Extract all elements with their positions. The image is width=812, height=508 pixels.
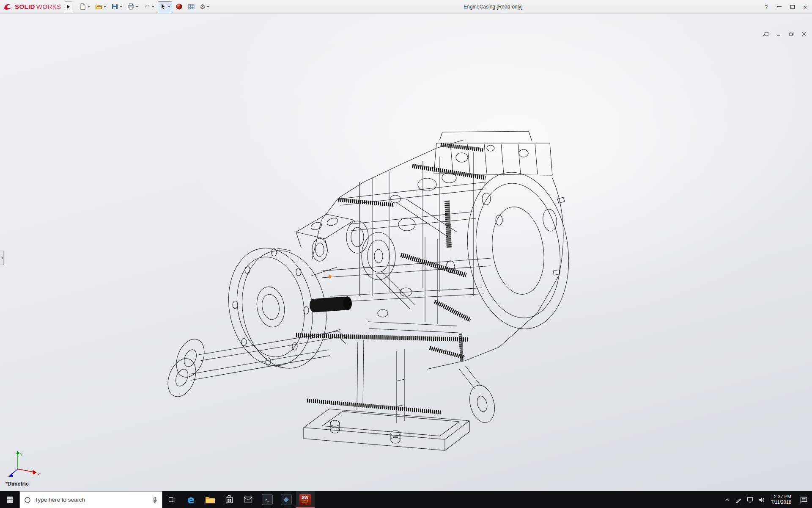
- save-floppy-icon: [111, 3, 118, 10]
- feature-panel-collapse-tab[interactable]: [0, 251, 4, 265]
- save-caret-icon: [120, 6, 122, 9]
- minimize-button[interactable]: [773, 0, 786, 14]
- undo-button[interactable]: [142, 1, 156, 12]
- solidworks-logo: SOLIDWORKS: [0, 0, 63, 13]
- task-view-button[interactable]: [162, 491, 181, 508]
- file-explorer-icon: [205, 496, 215, 504]
- graphics-viewport[interactable]: y x *Dimetric: [0, 14, 812, 491]
- maximize-icon: [790, 5, 795, 9]
- clock-time: 2:37 PM: [771, 494, 791, 500]
- microphone-icon: [152, 497, 158, 503]
- tray-volume-button[interactable]: [756, 491, 767, 508]
- taskbar-app-mail[interactable]: [239, 491, 258, 508]
- document-title: EngineCasing [Read-only]: [464, 0, 522, 14]
- solidworks-app-icon: SW 2017: [299, 494, 311, 505]
- taskbar-app-edge[interactable]: e: [181, 491, 200, 508]
- appearance-sphere-icon: [176, 3, 183, 10]
- windows-start-icon: [6, 496, 14, 503]
- print-icon: [127, 3, 134, 10]
- taskbar-app-command-prompt[interactable]: >_: [258, 491, 277, 508]
- edge-browser-icon: e: [187, 494, 195, 506]
- options-caret-icon: [207, 6, 209, 9]
- mail-icon: [244, 496, 252, 503]
- options-button[interactable]: ⚙: [198, 1, 211, 12]
- brand-text-bold: SOLID: [15, 3, 35, 10]
- view-orientation-label: *Dimetric: [5, 481, 29, 487]
- open-folder-icon: [95, 3, 102, 10]
- minimize-icon: [777, 6, 782, 7]
- action-center-button[interactable]: [795, 491, 812, 508]
- ds-logo-icon: [3, 3, 14, 11]
- dark-cylinder: [309, 296, 352, 313]
- tray-chevron-up-button[interactable]: [721, 491, 733, 508]
- triad-x-label: x: [38, 472, 40, 476]
- table-grid-icon: [188, 3, 195, 10]
- collapse-arrow-icon: [0, 257, 3, 259]
- taskbar-app-dark-tile[interactable]: [277, 491, 296, 508]
- taskbar-app-solidworks[interactable]: SW 2017: [296, 491, 315, 508]
- save-button[interactable]: [110, 1, 124, 12]
- taskbar-clock[interactable]: 2:37 PM 7/11/2018: [767, 494, 795, 505]
- command-prompt-icon: >_: [262, 494, 273, 505]
- windows-taskbar: e >_: [0, 491, 812, 508]
- select-caret-icon: [168, 6, 170, 9]
- doc-float-window-button[interactable]: [761, 30, 771, 37]
- help-icon: ?: [765, 4, 768, 10]
- close-button[interactable]: ×: [799, 0, 812, 14]
- window-controls: ? ×: [760, 0, 812, 14]
- menu-flyout-arrow-button[interactable]: [65, 1, 72, 12]
- triad-y-label: y: [20, 452, 22, 456]
- appearance-sphere-button[interactable]: [174, 1, 184, 12]
- clock-date: 7/11/2018: [771, 500, 791, 505]
- pen-icon: [735, 497, 742, 503]
- brand-text-light: WORKS: [36, 3, 61, 10]
- open-caret-icon: [104, 6, 106, 9]
- doc-restore-icon: [788, 31, 794, 36]
- taskbar-search[interactable]: [19, 491, 162, 508]
- dark-tile-app-icon: [281, 494, 292, 505]
- options-gear-icon: ⚙: [200, 3, 206, 10]
- select-tool-button[interactable]: [158, 1, 172, 12]
- reference-triad: y x: [8, 450, 40, 477]
- volume-icon: [758, 497, 765, 503]
- undo-caret-icon: [152, 6, 154, 9]
- selection-marker: [327, 274, 332, 279]
- undo-icon: [143, 3, 151, 10]
- chevron-up-icon: [724, 497, 730, 503]
- start-button[interactable]: [0, 491, 19, 508]
- doc-minimize-button[interactable]: [774, 30, 783, 37]
- cortana-circle-icon: [24, 497, 31, 503]
- tray-pen-button[interactable]: [733, 491, 744, 508]
- doc-close-button[interactable]: [799, 30, 809, 37]
- print-button[interactable]: [126, 1, 140, 12]
- new-document-caret-icon: [88, 6, 90, 9]
- new-document-button[interactable]: [77, 1, 92, 12]
- flyout-arrow-icon: [67, 5, 72, 9]
- search-input[interactable]: [35, 497, 148, 503]
- document-window-controls: [761, 30, 809, 37]
- doc-close-icon: [801, 31, 807, 36]
- taskbar-app-file-explorer[interactable]: [200, 491, 219, 508]
- title-bar: SOLIDWORKS: [0, 0, 812, 14]
- print-caret-icon: [136, 6, 138, 9]
- float-window-icon: [763, 31, 769, 36]
- select-cursor-icon: [159, 3, 167, 10]
- engine-casing-wireframe: y x: [0, 14, 812, 491]
- doc-restore-button[interactable]: [787, 30, 796, 37]
- new-document-icon: [79, 3, 86, 10]
- solidworks-window: SOLIDWORKS: [0, 0, 812, 508]
- open-button[interactable]: [93, 1, 108, 12]
- action-center-icon: [800, 497, 807, 503]
- display-icon: [747, 497, 753, 503]
- close-icon: ×: [804, 3, 807, 11]
- doc-minimize-icon: [776, 31, 782, 36]
- microsoft-store-icon: [225, 495, 233, 504]
- tray-display-button[interactable]: [744, 491, 756, 508]
- evaluate-table-button[interactable]: [186, 1, 197, 12]
- help-button[interactable]: ?: [760, 0, 773, 14]
- task-view-icon: [168, 496, 176, 503]
- system-tray: 2:37 PM 7/11/2018: [721, 491, 812, 508]
- taskbar-app-store[interactable]: [219, 491, 239, 508]
- maximize-button[interactable]: [786, 0, 799, 14]
